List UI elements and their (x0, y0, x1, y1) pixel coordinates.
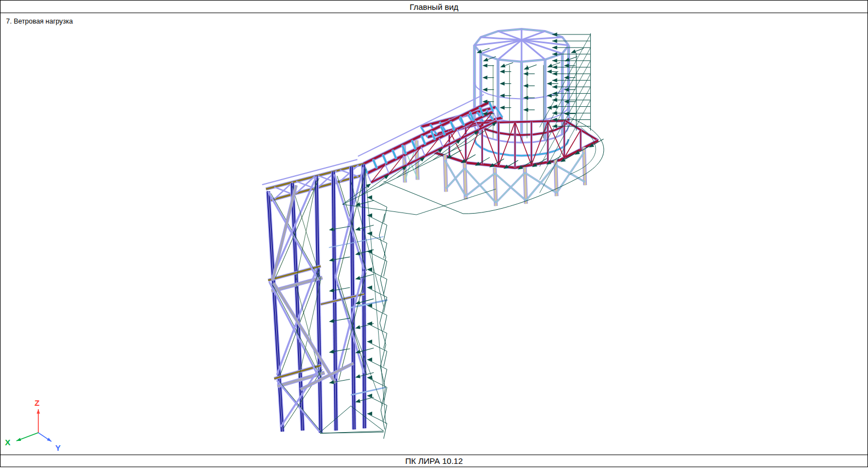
load-case-label: 7. Ветровая нагрузка (6, 18, 73, 25)
z-axis-label: Z (35, 398, 39, 407)
model-canvas[interactable]: ZXY (1, 13, 867, 455)
x-axis-label: X (5, 438, 10, 447)
model-viewport[interactable]: 7. Ветровая нагрузка ZXY (1, 13, 867, 455)
app-name: ПК ЛИРА 10.12 (405, 456, 462, 466)
view-title: Главный вид (409, 2, 458, 12)
view-title-bar: Главный вид (1, 1, 867, 13)
status-bar: ПК ЛИРА 10.12 (1, 455, 867, 467)
y-axis-label: Y (55, 443, 61, 452)
axis-gizmo: ZXY (5, 398, 61, 452)
main-view-window: Главный вид 7. Ветровая нагрузка ZXY ПК … (0, 0, 868, 467)
lattice-tower[interactable] (262, 159, 387, 433)
